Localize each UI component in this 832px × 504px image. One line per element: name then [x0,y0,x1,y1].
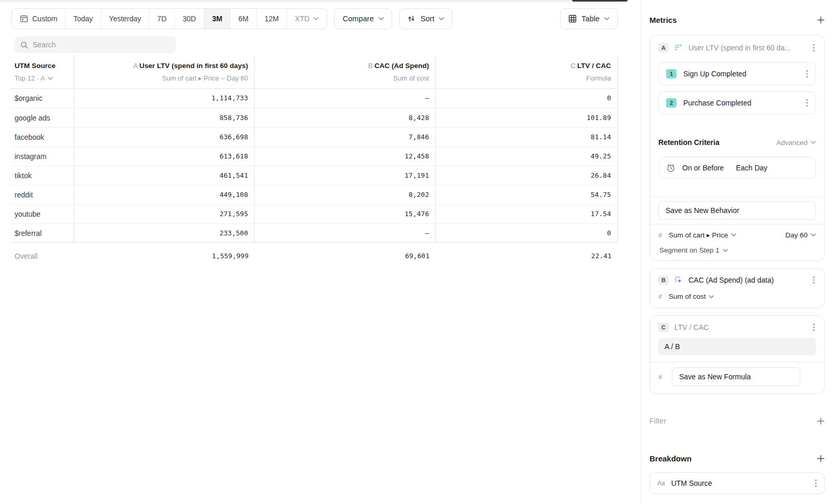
column-header-utm-source[interactable]: UTM Source Top 12 · A [10,56,74,89]
kebab-icon [815,479,817,487]
chevron-down-icon [731,233,736,236]
measure-dropdown[interactable]: Sum of cost [669,293,714,300]
date-range-xtd[interactable]: XTD [287,9,327,29]
chevron-down-icon [709,295,714,298]
sort-button[interactable]: Sort [399,8,453,29]
date-range-7d[interactable]: 7D [149,9,175,29]
retention-criteria-label: Retention Criteria [658,138,719,147]
add-filter-button[interactable] [817,417,825,425]
cac-value-cell: 7,846 [255,127,436,147]
metric-a-menu-button[interactable] [812,43,816,53]
metric-card-b: B CAC (Ad Spend) (ad data) # Sum of cost [649,268,825,308]
date-range-3m[interactable]: 3M [204,9,230,29]
hash-icon: # [658,293,664,300]
metric-b-badge: B [658,275,669,285]
sort-arrows-icon [408,15,416,22]
compare-button[interactable]: Compare [334,8,392,29]
metric-c-badge: C [658,323,669,332]
chevron-down-icon [723,249,728,252]
behavioral-metric-icon [674,44,683,52]
plus-icon [817,16,825,24]
ltv-value-cell: 1,114,733 [74,89,255,108]
hash-icon: # [658,231,664,239]
chevron-down-icon [811,141,816,144]
alarm-clock-icon [666,163,675,173]
breakdown-item-label: UTM Source [671,479,808,487]
metric-a-title[interactable]: User LTV (spend in first 60 da... [688,44,806,52]
step-2-card[interactable]: 2 Purchase Completed [658,91,816,114]
save-as-new-formula-button[interactable]: Save as New Formula [672,367,800,386]
metric-a-badge: A [658,43,669,52]
ltv-value-cell: 233,500 [74,223,255,243]
metric-card-c: C LTV / CAC A / B # Save as New Formula [649,315,825,394]
utm-source-cell: reddit [10,185,74,204]
plus-icon [817,417,825,425]
criteria-when-dropdown[interactable]: On or Before [682,164,724,172]
kebab-icon [813,276,815,284]
metrics-sidebar: Metrics A User LTV (spend in first 60 da… [641,0,832,504]
breakdown-menu-button[interactable] [814,478,818,488]
metric-c-title[interactable]: LTV / CAC [674,323,806,331]
column-header-user-ltv[interactable]: AUser LTV (spend in first 60 days) Sum o… [74,56,255,89]
column-header-ltv-cac[interactable]: CLTV / CAC Formula [436,56,618,89]
date-range-30d[interactable]: 30D [175,9,204,29]
breakdown-item-utm-source[interactable]: Aa UTM Source [649,472,825,494]
date-range-today[interactable]: Today [66,9,101,29]
chevron-down-icon [439,17,444,20]
date-range-label: Custom [32,15,57,23]
search-input[interactable] [33,41,170,49]
metrics-section-title: Metrics [649,16,677,24]
criteria-frequency-dropdown[interactable]: Each Day [736,164,768,172]
filter-section-title: Filter [649,417,666,425]
ratio-value-cell: 26.84 [436,166,618,185]
date-range-yesterday[interactable]: Yesterday [101,9,150,29]
calendar-icon [20,15,28,23]
metric-c-menu-button[interactable] [812,322,816,333]
segment-dropdown[interactable]: Segment on Step 1 [659,246,728,254]
metric-b-title[interactable]: CAC (Ad Spend) (ad data) [688,276,806,284]
plus-icon [817,455,825,462]
retention-criteria-row: On or Before Each Day [658,157,816,179]
kebab-icon [806,70,808,78]
ratio-value-cell: 81.14 [436,127,618,147]
kebab-icon [806,99,808,107]
step-2-label: Purchase Completed [683,99,798,107]
step-1-number-badge: 1 [666,69,677,78]
top-edge-artifact [572,0,628,2]
step-2-menu-button[interactable] [805,98,809,108]
search-icon [20,41,28,49]
table-view-button[interactable]: Table [560,8,618,29]
step-2-number-badge: 2 [666,98,677,108]
grid-icon [568,15,577,23]
ratio-value-cell: 0 [436,223,618,243]
add-breakdown-button[interactable] [817,455,825,462]
chevron-down-icon [314,17,319,20]
ltv-value-cell: 271,595 [74,204,255,223]
chevron-down-icon [604,17,609,20]
metric-b-menu-button[interactable] [812,275,816,285]
ratio-value-cell: 0 [436,89,618,108]
step-1-menu-button[interactable] [805,69,809,79]
add-metric-button[interactable] [817,16,825,24]
date-range-12m[interactable]: 12M [257,9,287,29]
kebab-icon [813,323,815,331]
save-as-new-behavior-button[interactable]: Save as New Behavior [658,201,816,220]
utm-source-cell: facebook [10,127,74,147]
measure-dropdown[interactable]: Sum of cart ▸ Price [669,231,736,239]
kebab-icon [813,44,815,52]
date-range-custom[interactable]: Custom [12,9,66,29]
window-dropdown[interactable]: Day 60 [785,231,816,239]
top-n-dropdown[interactable]: Top 12 · A [15,74,68,82]
column-header-cac[interactable]: BCAC (Ad Spend) Sum of cost [255,56,436,89]
chevron-down-icon [48,77,53,80]
step-1-card[interactable]: 1 Sign Up Completed [658,62,816,85]
utm-source-cell: $referral [10,223,74,243]
chevron-down-icon [379,17,384,20]
utm-source-cell: google ads [10,108,74,127]
overall-cac-cell: 69,601 [255,243,436,266]
cac-value-cell: 17,191 [255,166,436,185]
formula-input[interactable]: A / B [658,338,816,355]
date-range-6m[interactable]: 6M [230,9,256,29]
date-range-toolbar: Custom Today Yesterday 7D 30D 3M 6M 12M … [0,0,641,29]
retention-mode-dropdown[interactable]: Advanced [776,139,816,147]
